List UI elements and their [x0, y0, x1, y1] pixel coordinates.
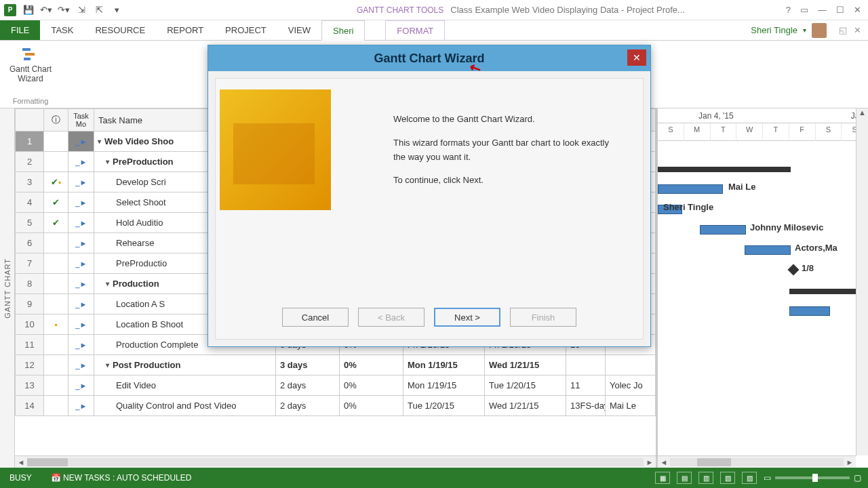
indicator-cell[interactable]: [44, 253, 68, 274]
indicator-cell[interactable]: ▪: [44, 314, 68, 335]
task-mode-cell[interactable]: ⎯►: [68, 314, 94, 335]
task-mode-cell[interactable]: ⎯►: [68, 355, 94, 375]
task-mode-cell[interactable]: ⎯►: [68, 152, 94, 172]
ribbon-minimize-icon[interactable]: ▭: [800, 5, 808, 15]
finish-button[interactable]: Finish: [510, 308, 576, 327]
unlink-icon[interactable]: ⇱: [94, 5, 104, 16]
cancel-button[interactable]: Cancel: [282, 308, 349, 327]
task-mode-cell[interactable]: ⎯►: [68, 131, 94, 152]
window-close-icon[interactable]: ✕: [854, 5, 861, 15]
row-number[interactable]: 4: [16, 192, 44, 213]
row-number[interactable]: 2: [16, 152, 44, 172]
close-document-icon[interactable]: ✕: [854, 25, 861, 35]
select-all-corner[interactable]: [16, 109, 44, 131]
gantt-chart-area[interactable]: Mai Le Sheri Tingle Johnny Milosevic Act…: [658, 141, 868, 468]
indicator-cell[interactable]: [44, 233, 68, 253]
task-mode-cell[interactable]: ⎯►: [68, 233, 94, 253]
indicator-cell[interactable]: ✔: [44, 192, 68, 213]
view-team-planner-icon[interactable]: ▥: [698, 472, 713, 484]
row-number[interactable]: 6: [16, 233, 44, 253]
task-bar[interactable]: [658, 184, 723, 194]
dialog-close-button[interactable]: ✕: [627, 49, 646, 66]
table-row[interactable]: 14⎯►Quality Control and Post Video2 days…: [16, 396, 656, 416]
task-mode-cell[interactable]: ⎯►: [68, 294, 94, 314]
scroll-left-icon[interactable]: ◄: [15, 458, 27, 466]
task-mode-cell[interactable]: ⎯►: [68, 253, 94, 274]
scroll-right-icon[interactable]: ►: [844, 458, 856, 466]
indicator-cell[interactable]: [44, 274, 68, 294]
col-task-mode[interactable]: Task Mo: [68, 109, 94, 131]
tab-format[interactable]: FORMAT: [385, 20, 445, 40]
task-mode-cell[interactable]: ⎯►: [68, 192, 94, 213]
col-indicators[interactable]: ⓘ: [44, 109, 68, 131]
task-name-cell[interactable]: Quality Control and Post Video: [94, 396, 276, 416]
indicator-cell[interactable]: [44, 131, 68, 152]
indicator-cell[interactable]: ✔▪: [44, 172, 68, 192]
gantt-timescale[interactable]: Jan 4, '15Jan SMTWTFSS: [658, 108, 868, 141]
grid-horizontal-scrollbar[interactable]: ◄ ►: [15, 455, 656, 468]
row-number[interactable]: 1: [16, 131, 44, 152]
task-mode-cell[interactable]: ⎯►: [68, 274, 94, 294]
undo-icon[interactable]: ↶▾: [41, 5, 52, 16]
milestone-marker[interactable]: [788, 264, 800, 276]
row-number[interactable]: 10: [16, 314, 44, 335]
status-new-tasks[interactable]: 📅 NEW TASKS : AUTO SCHEDULED: [41, 473, 201, 483]
view-resource-sheet-icon[interactable]: ▧: [720, 472, 735, 484]
view-gantt-icon[interactable]: ▦: [655, 472, 670, 484]
back-button[interactable]: < Back: [358, 308, 425, 327]
table-row[interactable]: 13⎯►Edit Video2 days0%Mon 1/19/15Tue 1/2…: [16, 375, 656, 396]
qat-customize-icon[interactable]: ▾: [111, 5, 122, 16]
help-icon[interactable]: ?: [786, 5, 791, 15]
dialog-titlebar[interactable]: Gantt Chart Wizard ✕: [208, 45, 650, 71]
row-number[interactable]: 8: [16, 274, 44, 294]
gantt-vertical-scrollbar[interactable]: ▲: [856, 108, 868, 455]
task-mode-cell[interactable]: ⎯►: [68, 396, 94, 416]
row-number[interactable]: 13: [16, 375, 44, 396]
scroll-up-icon[interactable]: ▲: [856, 108, 868, 121]
task-bar[interactable]: [789, 306, 830, 316]
task-mode-cell[interactable]: ⎯►: [68, 335, 94, 355]
indicator-cell[interactable]: [44, 294, 68, 314]
save-icon[interactable]: 💾: [23, 5, 34, 16]
indicator-cell[interactable]: [44, 335, 68, 355]
indicator-cell[interactable]: ✔: [44, 213, 68, 233]
gantt-horizontal-scrollbar[interactable]: ◄ ►: [658, 455, 856, 468]
next-button[interactable]: Next >: [434, 308, 500, 327]
tab-project[interactable]: PROJECT: [214, 20, 277, 40]
view-side-label[interactable]: GANTT CHART: [0, 108, 15, 468]
signed-in-user[interactable]: Sheri Tingle: [751, 25, 797, 35]
view-task-usage-icon[interactable]: ▤: [677, 472, 692, 484]
tab-sheri[interactable]: Sheri: [321, 20, 365, 41]
task-mode-cell[interactable]: ⎯►: [68, 213, 94, 233]
link-icon[interactable]: ⇲: [76, 5, 87, 16]
redo-icon[interactable]: ↷▾: [58, 5, 69, 16]
row-number[interactable]: 7: [16, 253, 44, 274]
row-number[interactable]: 11: [16, 335, 44, 355]
indicator-cell[interactable]: [44, 375, 68, 396]
row-number[interactable]: 9: [16, 294, 44, 314]
user-avatar[interactable]: [812, 23, 827, 38]
row-number[interactable]: 14: [16, 396, 44, 416]
tab-resource[interactable]: RESOURCE: [84, 20, 156, 40]
indicator-cell[interactable]: [44, 355, 68, 375]
tab-task[interactable]: TASK: [40, 20, 84, 40]
task-name-cell[interactable]: Post Production: [94, 355, 276, 375]
gantt-chart-wizard-button[interactable]: Gantt Chart Wizard: [9, 45, 52, 84]
zoom-slider[interactable]: ▭ ▢: [764, 473, 861, 483]
tab-report[interactable]: REPORT: [156, 20, 214, 40]
task-mode-cell[interactable]: ⎯►: [68, 375, 94, 396]
summary-bar[interactable]: [789, 289, 857, 294]
task-name-cell[interactable]: Edit Video: [94, 375, 276, 396]
tab-view[interactable]: VIEW: [277, 20, 321, 40]
summary-bar[interactable]: [658, 167, 791, 172]
indicator-cell[interactable]: [44, 396, 68, 416]
scroll-left-icon[interactable]: ◄: [658, 458, 670, 466]
scroll-right-icon[interactable]: ►: [644, 458, 656, 466]
indicator-cell[interactable]: [44, 152, 68, 172]
window-minimize-icon[interactable]: —: [818, 5, 827, 15]
zoom-in-icon[interactable]: ▢: [854, 473, 861, 483]
task-bar[interactable]: [700, 225, 746, 235]
task-bar[interactable]: [745, 245, 791, 255]
task-mode-cell[interactable]: ⎯►: [68, 172, 94, 192]
tab-file[interactable]: FILE: [0, 20, 40, 40]
